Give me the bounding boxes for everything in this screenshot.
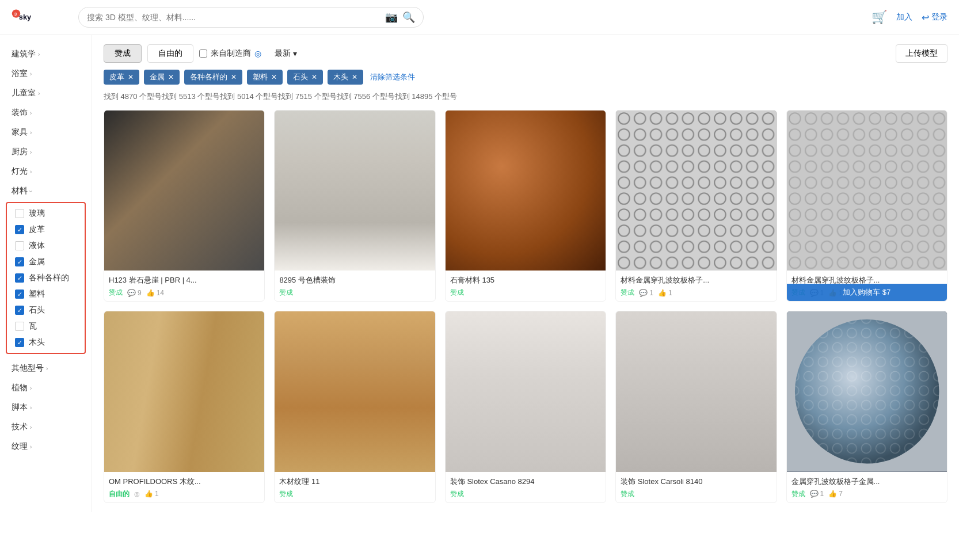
product-title-0: H123 岩石悬崖 | PBR | 4...	[109, 275, 260, 285]
checkbox-leather[interactable]	[15, 225, 24, 234]
product-info-7: 装饰 Slotex Casano 8294 赞成	[446, 472, 606, 502]
remove-tag-various[interactable]: ✕	[231, 73, 237, 81]
product-card-8[interactable]: 装饰 Slotex Carsoli 8140 赞成	[615, 311, 777, 502]
material-tile[interactable]: 瓦	[7, 318, 85, 334]
product-info-2: 石膏材料 135 赞成	[446, 271, 606, 301]
chevron-down-icon: ▾	[293, 49, 297, 58]
product-image-2	[446, 111, 606, 271]
product-card-0[interactable]: H123 岩石悬崖 | PBR | 4... 赞成 💬 9 👍 14	[104, 110, 265, 302]
content-area: 赞成 自由的 来自制造商 ◎ 最新 ▾ 上传模型 皮革 ✕ 金属 ✕	[92, 35, 959, 512]
sidebar-item-lighting[interactable]: 灯光 ›	[6, 162, 86, 181]
product-card-6[interactable]: 木材纹理 11 赞成	[274, 311, 435, 502]
material-stone[interactable]: 石头	[7, 302, 85, 318]
like-count-9: 👍 7	[828, 490, 843, 498]
product-meta-8: 赞成	[621, 489, 771, 499]
product-info-0: H123 岩石悬崖 | PBR | 4... 赞成 💬 9 👍 14	[104, 271, 264, 301]
material-metal[interactable]: 金属	[7, 254, 85, 270]
camera-icon[interactable]: 📷	[385, 11, 398, 24]
remove-tag-leather[interactable]: ✕	[128, 73, 134, 81]
chevron-icon: ›	[30, 129, 32, 136]
sort-dropdown[interactable]: 最新 ▾	[267, 44, 305, 63]
sidebar-item-other[interactable]: 其他型号 ›	[6, 359, 86, 378]
logo-icon: 3 sky	[12, 6, 35, 29]
svg-point-12	[795, 319, 939, 464]
sidebar-item-tech[interactable]: 技术 ›	[6, 417, 86, 437]
material-filter-box: 玻璃 皮革 液体 金属 各种各样的 塑料	[6, 202, 86, 354]
product-info-8: 装饰 Slotex Carsoli 8140 赞成	[616, 472, 776, 502]
product-meta-0: 赞成 💬 9 👍 14	[109, 288, 260, 298]
upload-model-button[interactable]: 上传模型	[896, 44, 947, 63]
material-various[interactable]: 各种各样的	[7, 270, 85, 286]
sidebar-item-materials[interactable]: 材料 ›	[6, 181, 86, 201]
search-bar[interactable]: 📷 🔍	[78, 7, 424, 28]
checkbox-metal[interactable]	[15, 257, 24, 266]
checkbox-glass[interactable]	[15, 209, 24, 218]
join-button[interactable]: 加入	[896, 12, 912, 22]
checkbox-wood[interactable]	[15, 338, 24, 347]
product-card-4[interactable]: 材料金属穿孔波纹板格子... 赞成 💬 1 👍 1 加入购物车 $7	[786, 110, 947, 302]
material-wood[interactable]: 木头	[7, 334, 85, 351]
sidebar-item-furniture[interactable]: 家具 ›	[6, 123, 86, 142]
product-meta-7: 赞成	[450, 489, 601, 499]
login-icon: ↩	[922, 12, 929, 23]
filter-tag-stone[interactable]: 石头 ✕	[287, 70, 323, 85]
checkbox-various[interactable]	[15, 273, 24, 283]
product-meta-9: 赞成 💬 1 👍 7	[791, 489, 942, 499]
metal-grid-svg	[616, 111, 776, 271]
endorsed-filter-button[interactable]: 赞成	[104, 44, 142, 63]
sidebar-item-textures[interactable]: 纹理 ›	[6, 437, 86, 456]
product-image-3	[616, 111, 776, 271]
filter-tag-leather[interactable]: 皮革 ✕	[104, 70, 139, 85]
remove-tag-plastic[interactable]: ✕	[271, 73, 277, 81]
product-badge-5: 自由的	[109, 489, 130, 499]
remove-tag-metal[interactable]: ✕	[168, 73, 174, 81]
checkbox-liquid[interactable]	[15, 241, 24, 250]
sidebar-item-decor[interactable]: 装饰 ›	[6, 103, 86, 123]
product-badge-2: 赞成	[450, 288, 464, 298]
filter-tag-various[interactable]: 各种各样的 ✕	[184, 70, 242, 85]
search-input[interactable]	[87, 13, 380, 22]
like-count-3: 👍 1	[658, 289, 672, 297]
product-title-5: OM PROFILDOORS 木纹...	[109, 477, 260, 487]
checkbox-stone[interactable]	[15, 306, 24, 315]
sidebar-item-bathroom[interactable]: 浴室 ›	[6, 64, 86, 83]
clear-all-filters[interactable]: 清除筛选条件	[370, 72, 415, 82]
product-image-1	[275, 111, 435, 271]
logo[interactable]: 3 sky	[12, 6, 69, 29]
add-to-cart-button-4[interactable]: 加入购物车 $7	[787, 284, 947, 301]
product-title-3: 材料金属穿孔波纹板格子...	[621, 275, 771, 285]
checkbox-plastic[interactable]	[15, 289, 24, 299]
filter-tag-wood[interactable]: 木头 ✕	[328, 70, 363, 85]
filter-tag-plastic[interactable]: 塑料 ✕	[247, 70, 283, 85]
sidebar-item-plants[interactable]: 植物 ›	[6, 378, 86, 398]
filter-tag-metal[interactable]: 金属 ✕	[144, 70, 180, 85]
product-meta-5: 自由的 ◎ 👍 1	[109, 489, 260, 499]
product-card-5[interactable]: OM PROFILDOORS 木纹... 自由的 ◎ 👍 1	[104, 311, 265, 502]
product-card-7[interactable]: 装饰 Slotex Casano 8294 赞成	[445, 311, 606, 502]
checkbox-tile[interactable]	[15, 322, 24, 331]
product-card-2[interactable]: 石膏材料 135 赞成	[445, 110, 606, 302]
remove-tag-stone[interactable]: ✕	[311, 73, 317, 81]
product-card-3[interactable]: 材料金属穿孔波纹板格子... 赞成 💬 1 👍 1	[615, 110, 777, 302]
material-plastic[interactable]: 塑料	[7, 286, 85, 302]
login-button[interactable]: ↩ 登录	[922, 12, 947, 23]
product-image-0	[104, 111, 264, 271]
cart-icon[interactable]: 🛒	[872, 10, 887, 25]
manufacturer-checkbox[interactable]	[199, 49, 207, 58]
free-filter-button[interactable]: 自由的	[147, 44, 193, 63]
remove-tag-wood[interactable]: ✕	[352, 73, 357, 81]
product-badge-9: 赞成	[791, 489, 805, 499]
sidebar-item-architecture[interactable]: 建筑学 ›	[6, 44, 86, 64]
search-icon[interactable]: 🔍	[402, 11, 415, 24]
sidebar-item-scripts[interactable]: 脚本 ›	[6, 398, 86, 417]
product-card-1[interactable]: 8295 号色槽装饰 赞成	[274, 110, 435, 302]
sidebar-item-childroom[interactable]: 儿童室 ›	[6, 83, 86, 103]
material-glass[interactable]: 玻璃	[7, 205, 85, 222]
product-meta-2: 赞成	[450, 288, 601, 298]
product-card-9[interactable]: 金属穿孔波纹板格子金属... 赞成 💬 1 👍 7	[786, 311, 947, 502]
material-leather[interactable]: 皮革	[7, 222, 85, 238]
product-badge-7: 赞成	[450, 489, 464, 499]
material-liquid[interactable]: 液体	[7, 238, 85, 254]
verified-icon-5: ◎	[134, 490, 140, 498]
sidebar-item-kitchen[interactable]: 厨房 ›	[6, 142, 86, 162]
